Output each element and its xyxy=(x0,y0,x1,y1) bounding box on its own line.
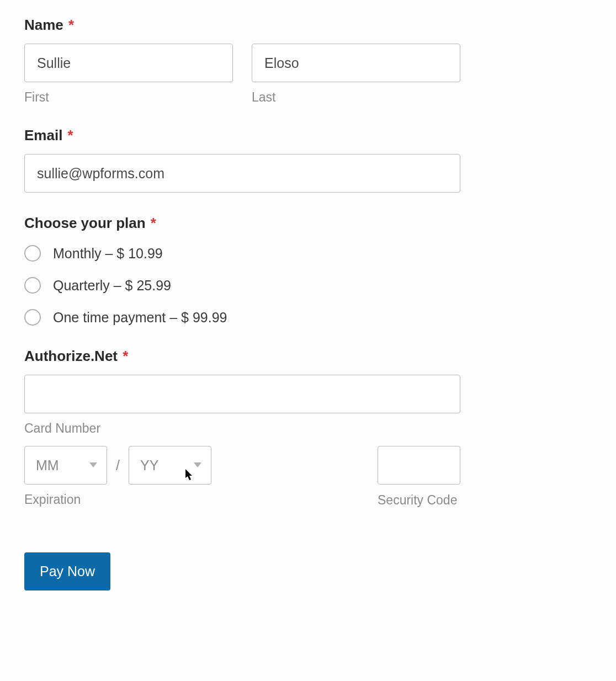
plan-label-text: Choose your plan xyxy=(24,215,146,231)
radio-icon[interactable] xyxy=(24,245,41,262)
exp-month-placeholder: MM xyxy=(36,457,59,473)
required-mark: * xyxy=(151,215,156,231)
name-field-group: Name * First Last xyxy=(24,17,592,105)
pay-now-label: Pay Now xyxy=(40,563,95,579)
email-label: Email * xyxy=(24,127,592,144)
last-name-input[interactable] xyxy=(252,44,460,82)
name-label: Name * xyxy=(24,17,592,34)
required-mark: * xyxy=(68,17,74,33)
first-name-col: First xyxy=(24,44,233,105)
email-field-group: Email * xyxy=(24,127,592,193)
name-label-text: Name xyxy=(24,17,63,33)
plan-option-label: Monthly – $ 10.99 xyxy=(53,246,163,262)
exp-month-select-wrap[interactable]: MM xyxy=(24,446,107,485)
plan-label: Choose your plan * xyxy=(24,215,592,232)
first-name-sublabel: First xyxy=(24,90,233,105)
security-code-group: Security Code xyxy=(378,446,460,508)
exp-month-select[interactable]: MM xyxy=(24,446,107,485)
exp-separator: / xyxy=(116,457,120,473)
last-name-col: Last xyxy=(252,44,460,105)
last-name-sublabel: Last xyxy=(252,90,460,105)
plan-option-monthly[interactable]: Monthly – $ 10.99 xyxy=(24,245,592,262)
plan-option-label: Quarterly – $ 25.99 xyxy=(53,278,171,294)
payment-field-group: Authorize.Net * Card Number MM / xyxy=(24,348,592,508)
exp-year-select-wrap[interactable]: YY xyxy=(129,446,211,485)
security-code-input[interactable] xyxy=(378,446,460,485)
card-exp-sec-row: MM / YY xyxy=(24,446,460,508)
radio-icon[interactable] xyxy=(24,309,41,326)
expiration-sublabel: Expiration xyxy=(24,492,211,507)
exp-year-placeholder: YY xyxy=(140,457,158,473)
plan-field-group: Choose your plan * Monthly – $ 10.99 Qua… xyxy=(24,215,592,326)
email-label-text: Email xyxy=(24,127,62,143)
payment-label-text: Authorize.Net xyxy=(24,348,118,364)
first-name-input[interactable] xyxy=(24,44,233,82)
radio-icon[interactable] xyxy=(24,277,41,294)
email-input[interactable] xyxy=(24,154,460,193)
expiration-group: MM / YY xyxy=(24,446,211,508)
plan-option-onetime[interactable]: One time payment – $ 99.99 xyxy=(24,309,592,326)
card-number-sublabel: Card Number xyxy=(24,421,592,436)
expiration-controls: MM / YY xyxy=(24,446,211,485)
required-mark: * xyxy=(123,348,128,364)
required-mark: * xyxy=(68,127,73,143)
payment-label: Authorize.Net * xyxy=(24,348,592,365)
plan-option-quarterly[interactable]: Quarterly – $ 25.99 xyxy=(24,277,592,294)
plan-radio-list: Monthly – $ 10.99 Quarterly – $ 25.99 On… xyxy=(24,245,592,326)
exp-year-select[interactable]: YY xyxy=(129,446,211,485)
pay-now-button[interactable]: Pay Now xyxy=(24,552,110,590)
security-code-sublabel: Security Code xyxy=(378,492,460,508)
spacer xyxy=(211,446,378,508)
card-number-input[interactable] xyxy=(24,375,460,413)
plan-option-label: One time payment – $ 99.99 xyxy=(53,310,227,326)
name-row: First Last xyxy=(24,44,592,105)
